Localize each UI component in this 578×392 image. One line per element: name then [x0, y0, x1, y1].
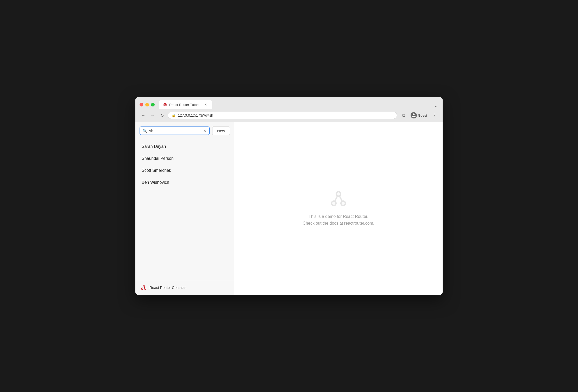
- new-contact-button[interactable]: New: [212, 126, 230, 135]
- title-bar: React Router Tutorial ✕ + ⌄: [135, 97, 443, 109]
- tab-bar: React Router Tutorial ✕ + ⌄: [159, 100, 438, 109]
- new-button-label: New: [217, 129, 225, 133]
- tab-favicon-icon: [163, 103, 167, 107]
- docs-prefix: Check out: [303, 221, 323, 225]
- svg-point-10: [143, 286, 144, 287]
- svg-point-9: [145, 288, 146, 289]
- contacts-list: Sarah Dayan Shaundai Person Scott Smerch…: [135, 138, 234, 280]
- tab-close-button[interactable]: ✕: [203, 102, 208, 107]
- docs-link-text: the docs at reactrouter.com: [323, 221, 373, 225]
- docs-link[interactable]: the docs at reactrouter.com: [323, 221, 373, 225]
- browser-window: React Router Tutorial ✕ + ⌄ ← → ↻ 🔒 127.…: [135, 97, 443, 295]
- browser-content: 🔍 ✕ New Sarah Dayan Shaundai Person Scot…: [135, 122, 443, 295]
- svg-point-17: [342, 202, 345, 205]
- list-item[interactable]: Scott Smerchek: [135, 165, 234, 176]
- list-item[interactable]: Sarah Dayan: [135, 141, 234, 153]
- close-window-button[interactable]: [140, 103, 143, 106]
- main-description: This is a demo for React Router. Check o…: [303, 213, 374, 226]
- contact-name: Shaundai Person: [142, 156, 174, 161]
- main-area: This is a demo for React Router. Check o…: [234, 122, 443, 295]
- user-label: Guest: [418, 113, 427, 117]
- forward-button[interactable]: →: [149, 112, 156, 119]
- footer-logo-icon: [141, 284, 147, 291]
- user-profile-button[interactable]: Guest: [409, 111, 429, 119]
- address-bar[interactable]: 🔒 127.0.0.1:5173/?q=sh: [168, 112, 397, 119]
- sidebar: 🔍 ✕ New Sarah Dayan Shaundai Person Scot…: [135, 122, 234, 295]
- reload-button[interactable]: ↻: [158, 112, 166, 119]
- list-item[interactable]: Ben Wishovich: [135, 176, 234, 188]
- split-screen-button[interactable]: ⧉: [399, 111, 407, 119]
- menu-button[interactable]: ⋮: [430, 111, 438, 119]
- user-avatar-icon: [411, 112, 417, 118]
- contact-name: Scott Smerchek: [142, 168, 171, 173]
- docs-suffix: .: [373, 221, 374, 225]
- search-icon: 🔍: [143, 129, 147, 133]
- contact-name: Ben Wishovich: [142, 180, 169, 185]
- sidebar-footer: React Router Contacts: [135, 280, 234, 295]
- new-tab-button[interactable]: +: [212, 100, 220, 108]
- browser-actions: ⧉ Guest ⋮: [399, 111, 438, 119]
- address-text: 127.0.0.1:5173/?q=sh: [178, 113, 393, 117]
- svg-point-18: [337, 192, 340, 195]
- url-display: 127.0.0.1:5173/?q=sh: [178, 113, 213, 117]
- window-controls: [140, 103, 155, 106]
- docs-line: Check out the docs at reactrouter.com.: [303, 220, 374, 227]
- minimize-window-button[interactable]: [145, 103, 149, 106]
- main-logo-icon: [329, 190, 348, 209]
- address-bar-row: ← → ↻ 🔒 127.0.0.1:5173/?q=sh ⧉ Guest ⋮: [135, 109, 443, 122]
- search-input-wrap: 🔍 ✕: [140, 127, 210, 135]
- search-clear-button[interactable]: ✕: [203, 129, 206, 133]
- list-item[interactable]: Shaundai Person: [135, 153, 234, 165]
- browser-chrome: React Router Tutorial ✕ + ⌄ ← → ↻ 🔒 127.…: [135, 97, 443, 122]
- tab-expand-button[interactable]: ⌄: [434, 103, 437, 108]
- search-bar: 🔍 ✕ New: [135, 122, 234, 138]
- back-button[interactable]: ←: [140, 112, 147, 119]
- security-icon: 🔒: [172, 113, 176, 117]
- demo-text: This is a demo for React Router.: [303, 213, 374, 220]
- tab-label: React Router Tutorial: [169, 103, 201, 107]
- contact-name: Sarah Dayan: [142, 144, 166, 149]
- footer-label: React Router Contacts: [149, 286, 186, 290]
- svg-point-16: [332, 202, 335, 205]
- active-tab[interactable]: React Router Tutorial ✕: [159, 100, 212, 109]
- maximize-window-button[interactable]: [151, 103, 155, 106]
- search-input[interactable]: [149, 129, 201, 133]
- svg-point-8: [142, 288, 143, 289]
